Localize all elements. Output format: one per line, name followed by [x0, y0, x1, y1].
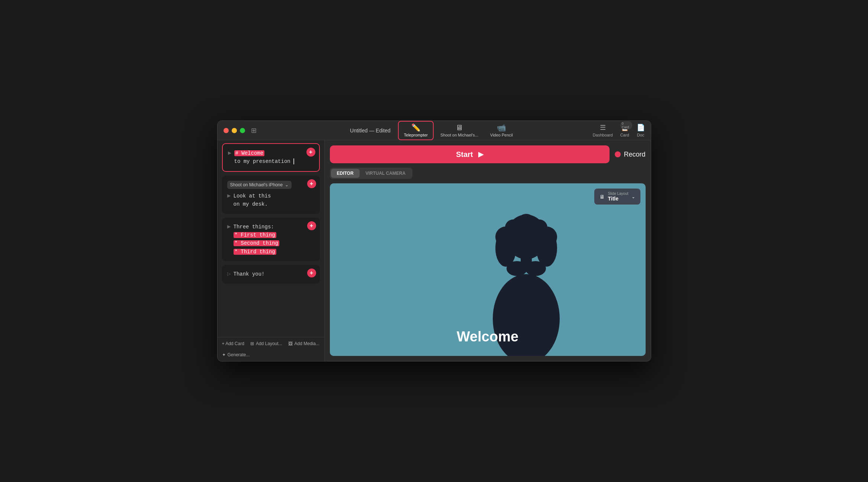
- card-3-add-button[interactable]: +: [307, 221, 316, 230]
- video-pencil-button[interactable]: 📹 Video Pencil: [485, 122, 518, 139]
- card-2-play-icon: ▶: [227, 193, 231, 198]
- video-pencil-icon: 📹: [497, 124, 506, 131]
- card-3-play-icon: ▶: [227, 224, 231, 229]
- close-button[interactable]: [224, 128, 229, 133]
- titlebar: ⊞ Untitled — Edited ✏️ Teleprompter 🖥 Sh…: [218, 121, 651, 140]
- titlebar-center: Untitled — Edited ✏️ Teleprompter 🖥 Shoo…: [350, 121, 518, 140]
- dashboard-button[interactable]: ☰ Dashboard: [593, 123, 613, 137]
- card-2-add-button[interactable]: +: [307, 179, 316, 188]
- slide-layout-title: Slide Layout Title: [608, 192, 628, 202]
- toolbar-right: ☰ Dashboard 📋 Card 0 Card 📄 Doc: [593, 123, 645, 137]
- traffic-lights: [224, 128, 245, 133]
- generate-button[interactable]: ✦ Generate...: [222, 352, 250, 357]
- titlebar-left: ⊞: [224, 126, 257, 135]
- card-2-device-label: Shoot on Michael's iPhone: [230, 182, 283, 187]
- card-1[interactable]: + ▶ # Welcome to my presentation: [222, 143, 320, 172]
- card-1-add-button[interactable]: +: [306, 148, 315, 157]
- left-panel: + ▶ # Welcome to my presentation + Shoot…: [218, 140, 325, 361]
- preview-area: 🖥 Slide Layout Title ⌄: [330, 183, 646, 356]
- sidebar-toggle-icon[interactable]: ⊞: [251, 126, 257, 135]
- cards-area: + ▶ # Welcome to my presentation + Shoot…: [218, 140, 324, 337]
- card-2[interactable]: + Shoot on Michael's iPhone ⌄ ▶ Look at …: [222, 176, 320, 214]
- editor-tabs: EDITOR VIRTUAL CAMERA: [330, 168, 413, 179]
- doc-icon: 📄: [637, 123, 645, 132]
- card-2-line-2: on my desk.: [234, 200, 271, 208]
- generate-icon: ✦: [222, 352, 226, 357]
- add-layout-button[interactable]: ⊞ Add Layout...: [250, 341, 282, 346]
- slide-layout-button[interactable]: 🖥 Slide Layout Title ⌄: [594, 189, 640, 205]
- card-1-heading: # Welcome: [234, 150, 265, 156]
- welcome-text: Welcome: [457, 329, 518, 345]
- bottom-bar: + Add Card ⊞ Add Layout... 🖼 Add Media..…: [218, 337, 324, 361]
- card-1-text: # Welcome to my presentation: [234, 149, 295, 166]
- card-3-line-2: * Second thing: [234, 239, 280, 247]
- camera-icon: 🖥: [456, 124, 463, 131]
- right-panel: Start ▶ Record EDITOR VIRTUAL CAMERA: [325, 140, 651, 361]
- teleprompter-icon: ✏️: [411, 124, 421, 131]
- add-card-button[interactable]: + Add Card: [222, 341, 244, 346]
- slide-layout-icon: 🖥: [599, 194, 605, 200]
- card-3-text: Three things: * First thing * Second thi…: [234, 223, 280, 256]
- svg-point-11: [525, 261, 546, 276]
- teleprompter-button[interactable]: ✏️ Teleprompter: [398, 121, 434, 140]
- minimize-button[interactable]: [232, 128, 237, 133]
- card-4-text: Thank you!: [234, 270, 265, 278]
- svg-point-7: [517, 214, 535, 232]
- card-3[interactable]: + ▶ Three things: * First thing * Second…: [222, 218, 320, 261]
- svg-point-10: [507, 261, 527, 276]
- doc-button[interactable]: 📄 Doc: [637, 123, 645, 137]
- tab-editor[interactable]: EDITOR: [331, 169, 360, 178]
- record-dot-icon: [615, 151, 621, 157]
- shoot-button[interactable]: 🖥 Shoot on Michael's...: [435, 122, 483, 139]
- card-button[interactable]: 📋 Card 0 Card: [620, 123, 629, 137]
- start-play-icon: ▶: [478, 150, 483, 158]
- layout-icon: ⊞: [250, 341, 254, 346]
- card-badge: 0 Card: [620, 121, 632, 129]
- chevron-down-icon: ⌄: [285, 182, 289, 187]
- add-media-button[interactable]: 🖼 Add Media...: [288, 341, 319, 346]
- dashboard-icon: ☰: [600, 123, 606, 132]
- card-1-play-icon: ▶: [228, 150, 231, 155]
- top-controls: Start ▶ Record: [330, 145, 646, 163]
- card-3-line-1: * First thing: [234, 231, 280, 239]
- card-3-line-0: Three things:: [234, 223, 280, 231]
- card-2-line-1: Look at this: [234, 192, 271, 200]
- start-button[interactable]: Start ▶: [330, 145, 610, 163]
- app-window: ⊞ Untitled — Edited ✏️ Teleprompter 🖥 Sh…: [217, 120, 651, 362]
- window-title: Untitled — Edited: [350, 128, 390, 134]
- record-button[interactable]: Record: [615, 151, 645, 158]
- card-2-text: Look at this on my desk.: [234, 192, 271, 209]
- card-4-add-button[interactable]: +: [307, 269, 316, 277]
- card-2-device-dropdown[interactable]: Shoot on Michael's iPhone ⌄: [227, 181, 292, 189]
- main-content: + ▶ # Welcome to my presentation + Shoot…: [218, 140, 651, 361]
- card-4-line-1: Thank you!: [234, 270, 265, 278]
- card-4-play-icon: ▷: [227, 271, 231, 276]
- tab-virtual-camera[interactable]: VIRTUAL CAMERA: [360, 169, 412, 178]
- card-1-body: to my presentation: [234, 157, 295, 166]
- media-icon: 🖼: [288, 341, 293, 346]
- slide-layout-chevron-icon: ⌄: [631, 194, 635, 199]
- card-3-line-3: * Third thing: [234, 248, 280, 256]
- card-4[interactable]: + ▷ Thank you!: [222, 265, 320, 283]
- tabs-row: EDITOR VIRTUAL CAMERA: [330, 168, 646, 179]
- maximize-button[interactable]: [240, 128, 245, 133]
